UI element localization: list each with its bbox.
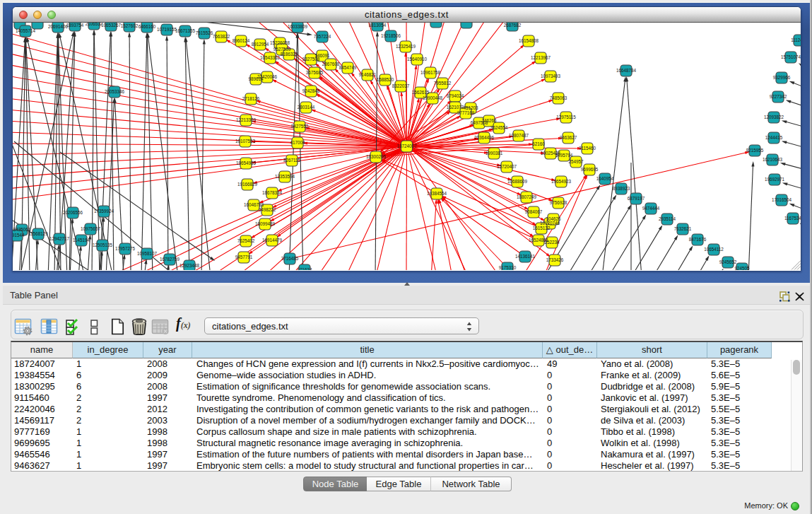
svg-text:10107553: 10107553 bbox=[235, 139, 256, 144]
svg-text:5495794: 5495794 bbox=[555, 153, 573, 158]
svg-text:20691406: 20691406 bbox=[48, 24, 69, 29]
svg-text:15640910: 15640910 bbox=[407, 57, 428, 62]
svg-text:7485063: 7485063 bbox=[550, 95, 567, 100]
svg-text:20206556: 20206556 bbox=[63, 210, 83, 215]
svg-text:9527509: 9527509 bbox=[273, 47, 291, 52]
svg-text:14136141: 14136141 bbox=[515, 254, 536, 259]
svg-text:18678334: 18678334 bbox=[262, 190, 283, 195]
svg-text:8912954: 8912954 bbox=[252, 42, 269, 47]
svg-text:451203: 451203 bbox=[463, 105, 478, 110]
svg-text:12325419: 12325419 bbox=[396, 44, 416, 49]
svg-text:10975657: 10975657 bbox=[81, 226, 101, 231]
svg-text:10973493: 10973493 bbox=[541, 74, 561, 78]
svg-text:14055714: 14055714 bbox=[16, 28, 36, 33]
svg-text:18724007: 18724007 bbox=[396, 144, 417, 148]
svg-text:1145194: 1145194 bbox=[73, 238, 90, 243]
svg-text:2935114: 2935114 bbox=[659, 216, 676, 221]
svg-text:8267115: 8267115 bbox=[283, 158, 301, 163]
svg-text:7625402: 7625402 bbox=[237, 238, 255, 243]
svg-text:19900448: 19900448 bbox=[423, 95, 443, 100]
svg-text:16033809: 16033809 bbox=[288, 24, 308, 29]
svg-text:1990381: 1990381 bbox=[486, 151, 503, 156]
svg-text:2803144: 2803144 bbox=[298, 105, 315, 110]
svg-text:3498222: 3498222 bbox=[259, 207, 276, 212]
svg-text:6466160: 6466160 bbox=[139, 24, 156, 29]
svg-text:19654985: 19654985 bbox=[236, 160, 257, 165]
svg-text:9084067: 9084067 bbox=[525, 209, 543, 214]
svg-text:12505135: 12505135 bbox=[93, 243, 113, 247]
svg-text:8322037: 8322037 bbox=[392, 83, 410, 88]
svg-text:9227342: 9227342 bbox=[770, 94, 787, 99]
svg-text:10719155: 10719155 bbox=[157, 27, 177, 32]
svg-text:8960124: 8960124 bbox=[233, 38, 250, 43]
svg-text:8813054: 8813054 bbox=[369, 23, 387, 28]
svg-text:10958107: 10958107 bbox=[137, 251, 158, 256]
svg-text:20364436: 20364436 bbox=[474, 135, 495, 140]
svg-text:13353594: 13353594 bbox=[275, 174, 295, 179]
svg-text:1621072: 1621072 bbox=[447, 105, 464, 110]
svg-text:15751074: 15751074 bbox=[781, 54, 801, 59]
svg-text:10688609: 10688609 bbox=[507, 179, 528, 184]
svg-text:1562615: 1562615 bbox=[412, 90, 430, 95]
svg-text:924505: 924505 bbox=[734, 266, 750, 270]
svg-text:12093822: 12093822 bbox=[764, 115, 784, 119]
svg-text:254957: 254957 bbox=[568, 159, 584, 164]
svg-text:971634: 971634 bbox=[297, 267, 312, 270]
svg-text:22420046: 22420046 bbox=[257, 74, 278, 79]
svg-text:2867608: 2867608 bbox=[322, 62, 340, 66]
svg-text:1527602: 1527602 bbox=[121, 23, 139, 28]
svg-text:18300295: 18300295 bbox=[366, 154, 387, 159]
svg-text:6794024: 6794024 bbox=[447, 93, 464, 98]
svg-text:7955812: 7955812 bbox=[434, 81, 452, 86]
svg-text:7515526: 7515526 bbox=[196, 30, 213, 35]
svg-text:11568129: 11568129 bbox=[28, 231, 48, 236]
svg-text:12213967: 12213967 bbox=[531, 55, 551, 60]
svg-text:9777169: 9777169 bbox=[457, 110, 475, 115]
svg-text:19218506: 19218506 bbox=[381, 33, 401, 38]
svg-text:62160: 62160 bbox=[532, 141, 545, 146]
svg-text:10654112: 10654112 bbox=[704, 247, 724, 252]
svg-text:16154808: 16154808 bbox=[519, 38, 539, 43]
svg-text:2718126: 2718126 bbox=[242, 96, 260, 101]
svg-text:10653267: 10653267 bbox=[101, 23, 122, 28]
svg-text:1640954: 1640954 bbox=[596, 176, 614, 181]
svg-text:1167534: 1167534 bbox=[784, 216, 801, 221]
svg-text:16543362: 16543362 bbox=[260, 55, 281, 60]
svg-text:252234: 252234 bbox=[544, 240, 560, 245]
svg-text:19654923: 19654923 bbox=[551, 179, 572, 184]
svg-text:7357224: 7357224 bbox=[314, 34, 331, 39]
svg-text:16046788: 16046788 bbox=[244, 202, 264, 207]
svg-text:19384554: 19384554 bbox=[427, 191, 447, 196]
svg-text:1244415: 1244415 bbox=[765, 135, 783, 140]
svg-text:8186328: 8186328 bbox=[281, 52, 298, 57]
svg-text:9756928: 9756928 bbox=[550, 200, 567, 205]
svg-text:7663822: 7663822 bbox=[213, 34, 230, 39]
svg-text:19692971: 19692971 bbox=[765, 177, 785, 182]
svg-text:2687682: 2687682 bbox=[504, 23, 522, 28]
svg-text:9463627: 9463627 bbox=[560, 135, 577, 140]
svg-text:16648784: 16648784 bbox=[616, 68, 637, 73]
svg-text:9457791: 9457791 bbox=[235, 255, 253, 259]
svg-text:17359924: 17359924 bbox=[94, 209, 114, 214]
svg-text:10807487: 10807487 bbox=[509, 133, 529, 138]
svg-text:20053346: 20053346 bbox=[105, 89, 125, 94]
svg-text:16671355: 16671355 bbox=[175, 28, 196, 33]
svg-text:18807249: 18807249 bbox=[517, 194, 537, 199]
svg-text:391544: 391544 bbox=[13, 233, 25, 238]
svg-text:12923448: 12923448 bbox=[180, 263, 200, 268]
svg-text:19166829: 19166829 bbox=[237, 182, 258, 187]
svg-text:9146821: 9146821 bbox=[359, 72, 377, 77]
svg-text:12975115: 12975115 bbox=[556, 115, 576, 119]
svg-text:17016504: 17016504 bbox=[772, 197, 792, 202]
svg-text:10961758: 10961758 bbox=[420, 70, 441, 75]
svg-text:17957275: 17957275 bbox=[115, 246, 136, 251]
svg-text:3716485: 3716485 bbox=[281, 256, 299, 261]
svg-text:16782759: 16782759 bbox=[160, 257, 180, 262]
svg-text:16210643: 16210643 bbox=[763, 157, 783, 162]
svg-text:3624554: 3624554 bbox=[490, 125, 508, 130]
svg-text:417004: 417004 bbox=[290, 140, 305, 145]
svg-text:546091: 546091 bbox=[314, 53, 330, 58]
svg-text:9175310: 9175310 bbox=[499, 265, 517, 270]
svg-text:16914479: 16914479 bbox=[262, 238, 283, 243]
svg-text:1588520: 1588520 bbox=[377, 77, 394, 82]
